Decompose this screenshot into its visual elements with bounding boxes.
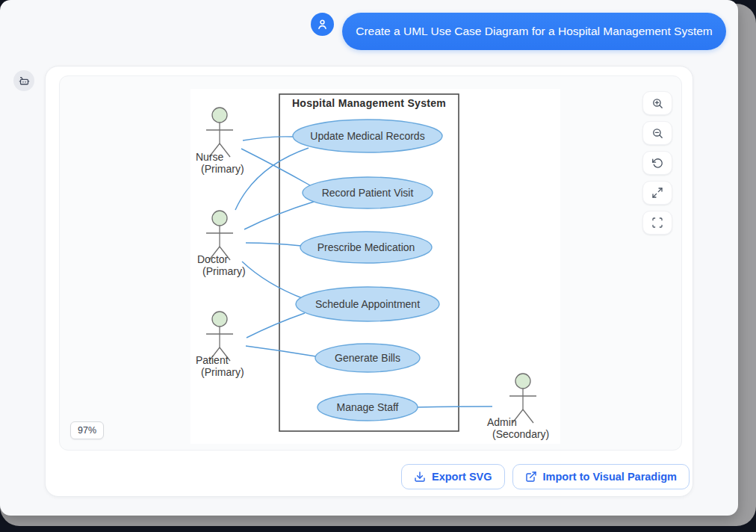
association-admin-to-manage-staff <box>418 406 492 407</box>
actor-role-patient: (Primary) <box>201 366 244 378</box>
uml-use-case-diagram[interactable]: Hospital Management SystemUpdate Medical… <box>190 89 560 444</box>
zoom-out-button[interactable] <box>642 121 672 145</box>
use-case-label-uc-update: Update Medical Records <box>310 130 424 142</box>
actor-name-admin: Admin <box>487 416 517 428</box>
use-case-label-uc-prescribe: Prescribe Medication <box>317 241 415 253</box>
robot-icon <box>18 75 31 87</box>
zoom-out-icon <box>651 127 664 140</box>
actor-name-doctor: Doctor <box>197 253 229 265</box>
zoom-level-badge: 97% <box>70 421 104 439</box>
reset-view-icon <box>651 157 664 170</box>
actor-role-nurse: (Primary) <box>201 163 244 175</box>
external-link-icon <box>525 471 537 483</box>
user-icon <box>316 18 329 31</box>
use-case-label-uc-bills: Generate Bills <box>335 352 400 364</box>
export-svg-label: Export SVG <box>432 471 492 483</box>
user-avatar <box>311 13 334 36</box>
user-message-bubble: Create a UML Use Case Diagram for a Hosp… <box>342 13 726 50</box>
import-to-visual-paradigm-label: Import to Visual Paradigm <box>543 471 677 483</box>
app-window: Create a UML Use Case Diagram for a Hosp… <box>0 0 738 516</box>
actor-role-doctor: (Primary) <box>202 265 246 277</box>
reset-view-button[interactable] <box>642 151 672 175</box>
actor-name-patient: Patient <box>196 354 229 366</box>
use-case-label-uc-schedule: Schedule Appointment <box>315 298 420 310</box>
diagram-canvas[interactable]: Hospital Management SystemUpdate Medical… <box>59 75 682 451</box>
actor-nurse[interactable] <box>206 108 233 157</box>
user-message-text: Create a UML Use Case Diagram for a Hosp… <box>356 25 713 38</box>
bot-avatar <box>13 70 34 91</box>
system-boundary-title: Hospital Management System <box>292 97 446 109</box>
expand-icon <box>651 187 663 199</box>
fullscreen-icon <box>651 217 663 229</box>
zoom-in-icon <box>651 97 664 110</box>
use-case-label-uc-record: Record Patient Visit <box>322 187 414 199</box>
diagram-paper[interactable]: Hospital Management SystemUpdate Medical… <box>190 89 560 444</box>
zoom-level-value: 97% <box>78 425 96 436</box>
actor-name-nurse: Nurse <box>196 151 224 163</box>
action-buttons: Export SVG Import to Visual Paradigm <box>401 464 690 489</box>
use-case-label-uc-staff: Manage Staff <box>336 401 398 413</box>
fullscreen-button[interactable] <box>642 211 672 235</box>
expand-button[interactable] <box>642 181 672 205</box>
export-svg-button[interactable]: Export SVG <box>401 464 505 489</box>
zoom-in-button[interactable] <box>642 91 672 115</box>
import-to-visual-paradigm-button[interactable]: Import to Visual Paradigm <box>512 464 690 489</box>
download-icon <box>414 471 426 483</box>
actor-role-admin: (Secondary) <box>492 428 549 440</box>
result-card: Hospital Management SystemUpdate Medical… <box>45 66 693 497</box>
view-toolbar <box>642 91 672 235</box>
